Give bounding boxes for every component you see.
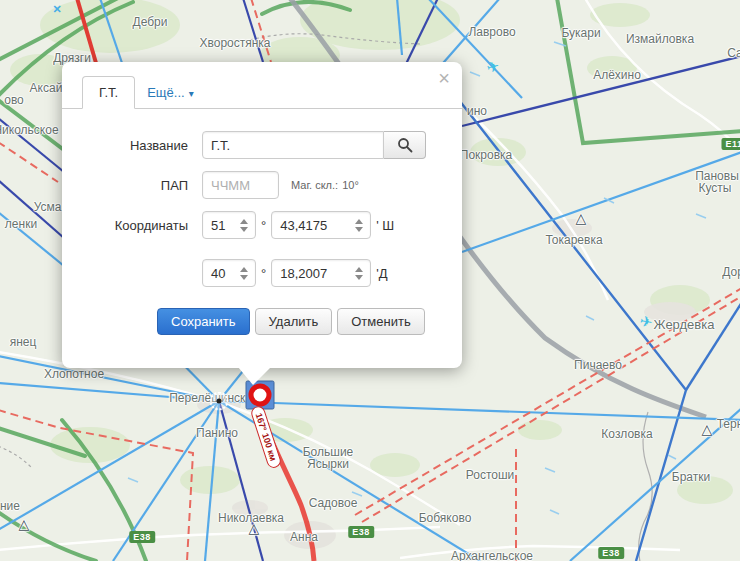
save-button[interactable]: Сохранить [157,308,250,335]
map-label: Кусты [699,181,732,195]
triangle-icon: △ [19,516,30,532]
road-badge: Е38 [598,547,624,559]
triangle-icon: △ [702,421,713,437]
name-row: Название [62,131,462,159]
stepper-arrows-icon[interactable] [237,214,251,236]
close-icon[interactable]: × [438,68,450,88]
map-label: Бобяково [419,511,472,525]
tab-more-label: Ещё... [147,85,184,100]
lon-degrees-stepper[interactable]: 40 [202,259,256,287]
map-label: янец [10,335,37,349]
map-label: Анна [290,530,318,544]
map-label: ино [467,104,487,118]
triangle-icon: △ [576,210,587,226]
tab-gt[interactable]: Г.Т. [82,76,135,109]
map-label: Терн [717,417,740,431]
map-label: Са [727,46,740,60]
search-icon [397,137,413,153]
map-label: Козловка [601,427,652,441]
map-label: Садовое [309,496,358,510]
map-label: Алёхино [593,68,641,82]
map-label: Братки [672,470,710,484]
lat-degrees-value: 51 [211,218,237,233]
map-label: Никольское [0,123,59,137]
map-label: Аксай [30,81,63,95]
lon-minutes-stepper[interactable]: 18,2007 [271,259,371,287]
stepper-arrows-icon[interactable] [352,262,366,284]
waypoint-hub-marker[interactable] [210,392,229,411]
map-label: Архангельское [451,549,533,561]
coords-label: Координаты [62,218,202,233]
magnetic-declination: Маг. скл.:10° [291,179,359,191]
longitude-unit: 'Д [376,266,387,281]
longitude-row: 40 ° 18,2007 'Д [62,259,462,287]
waypoint-dialog: × Г.Т. Ещё...▾ Название ПАП Маг. скл.:10… [62,62,462,368]
lon-degrees-value: 40 [211,266,237,281]
pap-row: ПАП Маг. скл.:10° [62,171,462,199]
lat-minutes-stepper[interactable]: 43,4175 [271,211,371,239]
map-label: Панино [196,426,238,440]
tab-more[interactable]: Ещё...▾ [135,77,205,108]
map-label: Покровка [460,148,512,162]
selected-waypoint-marker[interactable] [249,384,272,407]
triangle-icon: △ [249,520,260,536]
lat-degrees-stepper[interactable]: 51 [202,211,256,239]
lon-minutes-value: 18,2007 [280,266,352,281]
map-label: Ясырки [307,457,349,471]
cancel-button[interactable]: Отменить [337,308,424,335]
map-label: Пичаево [574,358,622,372]
lat-minutes-value: 43,4175 [280,218,352,233]
road-badge: Е38 [348,526,374,538]
map-canvas[interactable]: ДебриХворостянкаДрязгиАксайовоНикольское… [0,0,740,561]
map-label: ние [0,499,20,513]
dialog-buttons: Сохранить Удалить Отменить [62,308,462,335]
map-label: Жердевка [654,317,715,332]
magnetic-declination-value: 10° [342,179,359,191]
map-label: Ростоши [466,468,515,482]
xmark-icon: ✕ [52,3,61,16]
map-label: Хлопотное [44,367,104,381]
dialog-tail [238,367,271,385]
tab-bar: Г.Т. Ещё...▾ [62,62,462,109]
map-label: Хворостянка [199,36,270,50]
road-badge: Е38 [129,531,155,543]
map-label: Лаврово [468,25,515,39]
stepper-arrows-icon[interactable] [352,214,366,236]
magnetic-declination-label: Маг. скл.: [291,179,338,191]
chevron-down-icon: ▾ [189,88,194,99]
latitude-unit: ' Ш [376,218,394,233]
search-button[interactable] [384,131,426,159]
map-label: ленки [5,217,37,231]
stepper-arrows-icon[interactable] [237,262,251,284]
map-label: Токаревка [545,233,602,247]
name-input[interactable] [202,131,384,159]
road-badge: Е11 [721,138,740,150]
degree-unit: ° [261,218,266,233]
map-label: Измайловка [626,32,694,46]
map-label: Букари [561,26,600,40]
latitude-row: Координаты 51 ° 43,4175 ' Ш [62,211,462,239]
name-label: Название [62,138,202,153]
map-label: Дебри [133,15,168,29]
map-label: Дор [722,265,740,279]
waypoint-form: Название ПАП Маг. скл.:10° Координаты 51 [62,109,462,335]
pap-label: ПАП [62,178,202,193]
pap-input[interactable] [202,171,279,199]
degree-unit: ° [261,266,266,281]
delete-button[interactable]: Удалить [255,308,333,335]
map-label: ово [4,93,24,107]
